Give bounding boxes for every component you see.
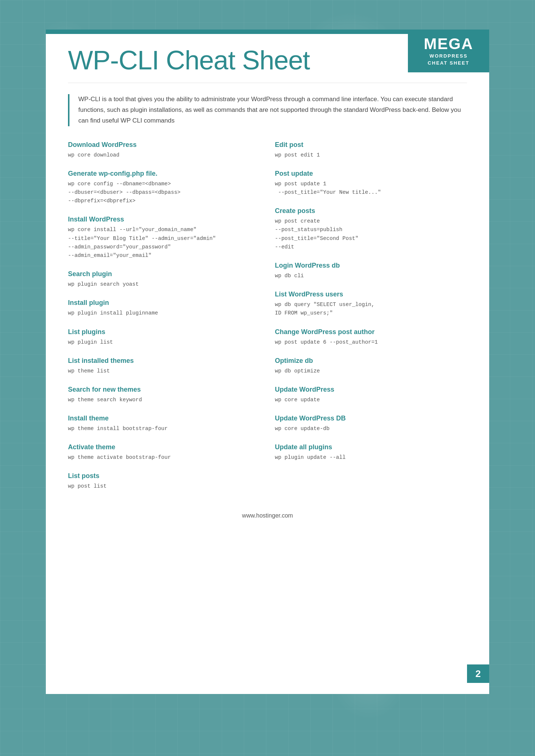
command-code: wp theme install bootstrap-four — [68, 425, 253, 433]
right-command-item: Change WordPress post authorwp post upda… — [268, 328, 467, 347]
command-title: Update all plugins — [275, 443, 467, 451]
intro-section: WP-CLI is a tool that gives you the abil… — [68, 94, 467, 126]
command-title: Login WordPress db — [275, 262, 467, 269]
command-code: wp theme activate bootstrap-four — [68, 453, 253, 462]
main-card: MEGA WORDPRESS CHEAT SHEET WP-CLI Cheat … — [46, 30, 489, 694]
command-code: wp plugin update --all — [275, 453, 467, 462]
command-title: List installed themes — [68, 357, 253, 365]
command-code: wp core install --url="your_domain_name"… — [68, 226, 253, 260]
command-title: Create posts — [275, 207, 467, 215]
right-command-item: Edit postwp post edit 1 — [268, 141, 467, 159]
command-code: wp db optimize — [275, 367, 467, 375]
command-code: wp post list — [68, 482, 253, 491]
command-code: wp core config --dbname=<dbname> --dbuse… — [68, 180, 253, 206]
logo-line1: WORDPRESS — [416, 53, 481, 59]
left-command-item: List pluginswp plugin list — [68, 328, 268, 347]
command-code: wp theme search keyword — [68, 396, 253, 404]
command-title: Activate theme — [68, 443, 253, 451]
command-title: Generate wp-config.php file. — [68, 170, 253, 178]
command-title: Update WordPress DB — [275, 415, 467, 422]
command-code: wp post create --post_status=publish --p… — [275, 217, 467, 251]
right-command-item: List WordPress userswp db query "SELECT … — [268, 291, 467, 317]
command-code: wp db cli — [275, 272, 467, 280]
left-command-item: Search pluginwp plugin search yoast — [68, 270, 268, 289]
footer-url: www.hostinger.com — [242, 512, 293, 519]
command-code: wp plugin install pluginname — [68, 309, 253, 317]
command-code: wp core update-db — [275, 425, 467, 433]
left-command-item: List installed themeswp theme list — [68, 357, 268, 375]
command-title: Download WordPress — [68, 141, 253, 149]
left-command-item: List postswp post list — [68, 472, 268, 491]
right-command-item: Update all pluginswp plugin update --all — [268, 443, 467, 462]
logo-line2: CHEAT SHEET — [416, 60, 481, 66]
command-title: Search plugin — [68, 270, 253, 278]
command-title: Install WordPress — [68, 216, 253, 223]
left-command-item: Install pluginwp plugin install pluginna… — [68, 299, 268, 317]
command-title: Change WordPress post author — [275, 328, 467, 336]
right-command-item: Update WordPress DBwp core update-db — [268, 415, 467, 433]
command-code: wp core update — [275, 396, 467, 404]
left-command-item: Activate themewp theme activate bootstra… — [68, 443, 268, 462]
command-title: Install theme — [68, 415, 253, 422]
right-command-item: Post updatewp post update 1 --post_title… — [268, 170, 467, 197]
left-column: Download WordPresswp core downloadGenera… — [68, 141, 268, 501]
right-command-item: Create postswp post create --post_status… — [268, 207, 467, 251]
command-title: Search for new themes — [68, 386, 253, 394]
page-number: 2 — [467, 664, 489, 683]
page-title: WP-CLI Cheat Sheet — [46, 34, 408, 79]
left-command-item: Search for new themeswp theme search key… — [68, 386, 268, 404]
command-title: Optimize db — [275, 357, 467, 365]
command-title: Post update — [275, 170, 467, 178]
command-code: wp theme list — [68, 367, 253, 375]
right-command-item: Update WordPresswp core update — [268, 386, 467, 404]
command-title: Install plugin — [68, 299, 253, 307]
command-code: wp post update 1 --post_title="Your New … — [275, 180, 467, 197]
logo-area: MEGA WORDPRESS CHEAT SHEET — [408, 30, 489, 72]
command-code: wp core download — [68, 151, 253, 159]
intro-text: WP-CLI is a tool that gives you the abil… — [78, 94, 467, 126]
left-command-item: Install themewp theme install bootstrap-… — [68, 415, 268, 433]
left-command-item: Install WordPresswp core install --url="… — [68, 216, 268, 260]
command-code: wp plugin list — [68, 338, 253, 347]
command-code: wp post edit 1 — [275, 151, 467, 159]
command-title: Edit post — [275, 141, 467, 149]
command-title: List WordPress users — [275, 291, 467, 298]
command-code: wp plugin search yoast — [68, 280, 253, 289]
command-title: List posts — [68, 472, 253, 480]
command-code: wp db query "SELECT user_login, ID FROM … — [275, 300, 467, 317]
command-code: wp post update 6 --post_author=1 — [275, 338, 467, 347]
footer: www.hostinger.com — [46, 501, 489, 526]
commands-grid: Download WordPresswp core downloadGenera… — [68, 141, 467, 501]
right-command-item: Optimize dbwp db optimize — [268, 357, 467, 375]
left-command-item: Download WordPresswp core download — [68, 141, 268, 159]
logo-mega: MEGA — [416, 36, 481, 52]
command-title: Update WordPress — [275, 386, 467, 394]
right-column: Edit postwp post edit 1Post updatewp pos… — [268, 141, 467, 501]
left-command-item: Generate wp-config.php file.wp core conf… — [68, 170, 268, 206]
right-command-item: Login WordPress dbwp db cli — [268, 262, 467, 280]
command-title: List plugins — [68, 328, 253, 336]
title-divider — [68, 83, 467, 83]
